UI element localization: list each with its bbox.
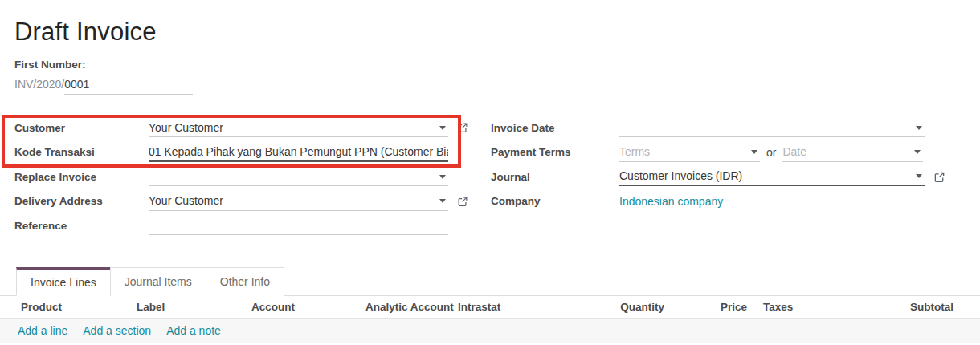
delivery-address-select[interactable]: Your Customer [149,192,448,211]
chevron-down-icon[interactable] [439,126,446,130]
payment-terms-row: Payment Terms Terms or Date [491,140,962,165]
due-date-input[interactable]: Date [782,143,923,162]
replace-invoice-select[interactable] [149,167,448,186]
invoice-date-input[interactable] [619,118,925,137]
invoice-number-input[interactable]: 0001 [64,78,193,95]
form-left-column: Customer Your Customer Kode Transaksi 01… [14,116,476,238]
column-header-label: Label [137,301,251,313]
chevron-down-icon[interactable] [751,150,757,154]
invoice-date-label: Invoice Date [491,122,619,134]
chevron-down-icon[interactable] [916,174,922,178]
payment-terms-placeholder: Terms [619,145,663,158]
column-header-product: Product [21,301,137,313]
tab-bar: Invoice Lines Journal Items Other Info [0,266,980,296]
column-header-price: Price [664,301,747,313]
column-header-intrastat: Intrastat [458,301,568,313]
page-title: Draft Invoice [14,18,966,47]
replace-invoice-label: Replace Invoice [14,171,149,183]
reference-row: Reference [14,213,476,238]
column-header-analytic-account: Analytic Account [365,301,458,313]
form-right-column: Invoice Date Payment Terms Terms or Date [491,116,962,238]
invoice-date-row: Invoice Date [491,116,962,140]
kode-transaksi-select[interactable]: 01 Kepada Pihak yang Bukan Pemungut PPN … [149,143,448,162]
external-link-icon[interactable] [457,122,468,133]
replace-invoice-row: Replace Invoice [14,164,476,189]
external-link-icon[interactable] [933,171,945,183]
customer-value: Your Customer [149,121,236,134]
tab-journal-items[interactable]: Journal Items [110,267,206,296]
invoice-lines-header: Product Label Account Analytic Account I… [0,296,980,319]
due-date-placeholder: Date [782,145,819,158]
form-header: Draft Invoice First Number: INV/2020/000… [0,0,980,95]
notebook: Invoice Lines Journal Items Other Info P… [0,266,980,343]
reference-label: Reference [14,220,149,232]
form-body: Customer Your Customer Kode Transaksi 01… [0,116,980,238]
customer-row: Customer Your Customer [14,116,476,140]
customer-label: Customer [14,122,149,134]
kode-transaksi-label: Kode Transaksi [14,146,149,158]
company-row: Company Indonesian company [491,189,962,214]
delivery-address-row: Delivery Address Your Customer [14,189,476,214]
journal-label: Journal [491,171,619,183]
first-number-row: INV/2020/0001 [14,78,966,95]
invoice-form-page: Draft Invoice First Number: INV/2020/000… [0,0,980,345]
first-number-label: First Number: [14,59,966,71]
column-header-subtotal: Subtotal [876,301,953,313]
customer-select[interactable]: Your Customer [149,118,448,137]
chevron-down-icon[interactable] [916,126,922,130]
reference-input[interactable] [149,216,448,235]
kode-transaksi-value: 01 Kepada Pihak yang Bukan Pemungut PPN … [149,145,448,158]
journal-row: Journal Customer Invoices (IDR) [491,164,962,189]
invoice-number-prefix: INV/2020/ [14,78,64,91]
or-separator: or [766,146,776,159]
kode-transaksi-row: Kode Transaksi 01 Kepada Pihak yang Buka… [14,140,476,165]
delivery-address-label: Delivery Address [14,195,149,207]
tab-other-info[interactable]: Other Info [206,267,284,296]
delivery-address-value: Your Customer [149,194,236,207]
payment-terms-label: Payment Terms [491,146,619,158]
journal-value: Customer Invoices (IDR) [619,169,755,182]
payment-terms-select[interactable]: Terms [619,143,760,162]
add-a-section-link[interactable]: Add a section [83,324,151,337]
chevron-down-icon[interactable] [439,199,446,203]
company-link[interactable]: Indonesian company [619,195,723,208]
chevron-down-icon[interactable] [914,150,921,154]
list-actions-row: Add a line Add a section Add a note [0,319,980,343]
journal-select[interactable]: Customer Invoices (IDR) [619,167,925,186]
chevron-down-icon[interactable] [439,175,446,179]
column-header-account: Account [251,301,365,313]
tab-invoice-lines[interactable]: Invoice Lines [16,267,111,296]
add-a-line-link[interactable]: Add a line [18,324,67,337]
add-a-note-link[interactable]: Add a note [166,324,221,337]
column-header-quantity: Quantity [568,301,664,313]
column-header-taxes: Taxes [747,301,876,313]
external-link-icon[interactable] [457,196,468,207]
company-label: Company [491,195,619,207]
